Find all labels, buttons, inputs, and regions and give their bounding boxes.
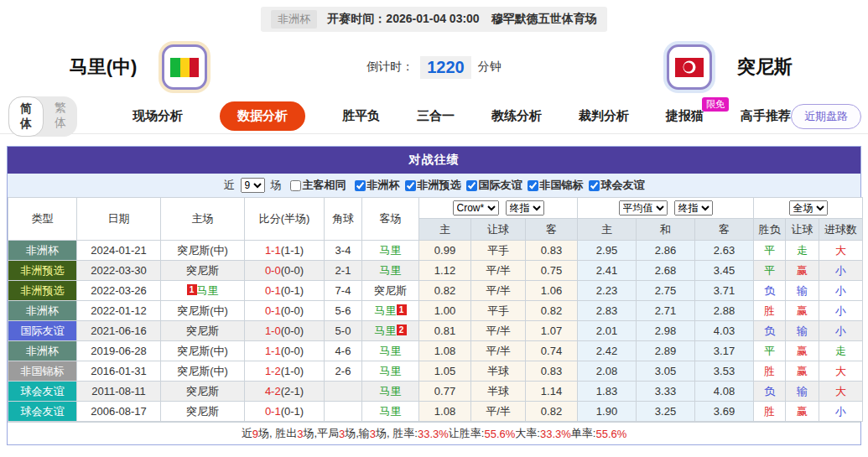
handicap-odds: 0.75	[526, 261, 578, 281]
home-team-name: 马里(中)	[70, 55, 138, 80]
home-team-name: 突尼斯(中)	[177, 345, 228, 357]
away-team-name: 马里	[375, 304, 397, 317]
match-date: 2022-01-12	[77, 301, 161, 321]
league-checkbox[interactable]	[466, 180, 477, 191]
half-time-score: (0-0)	[281, 325, 304, 337]
europe-odds: 3.71	[695, 281, 754, 301]
europe-odds: 1.83	[578, 382, 637, 402]
result-cell: 赢	[786, 361, 819, 382]
nav-tab-捷报猫[interactable]: 捷报猫限免	[666, 108, 704, 124]
sub-header-主: 主	[578, 219, 637, 241]
handicap-odds: 0.82	[526, 402, 578, 422]
league-checkbox[interactable]	[589, 180, 600, 191]
league-checkbox[interactable]	[528, 180, 538, 191]
nav-tab-教练分析[interactable]: 教练分析	[491, 108, 542, 124]
corner-cell: 5-6	[325, 301, 362, 321]
col-header-角球: 角球	[325, 198, 362, 241]
corner-cell: 2-6	[325, 361, 362, 382]
home-team-name: 突尼斯(中)	[177, 365, 228, 377]
home-team-name: 突尼斯	[186, 264, 219, 277]
full-time-score: 4-2	[265, 385, 281, 397]
nav-tab-胜平负[interactable]: 胜平负	[342, 108, 380, 124]
league-checkbox[interactable]	[405, 180, 416, 191]
lang-simplified[interactable]: 简体	[8, 96, 44, 137]
europe-odds: 2.23	[578, 281, 637, 301]
same-venue-input[interactable]	[290, 180, 301, 191]
odds-company-select[interactable]: Crow*	[453, 200, 499, 216]
nav-tab-高手推荐[interactable]: 高手推荐	[741, 108, 791, 124]
away-team-cell: 马里1	[362, 301, 419, 321]
home-team-cell: 1马里	[161, 281, 245, 301]
sub-header-主: 主	[419, 219, 471, 241]
goal-badge: 1	[187, 284, 197, 295]
match-date: 2022-03-30	[77, 261, 161, 281]
countdown-label: 倒计时：	[366, 60, 413, 75]
result-cell: 小	[819, 261, 863, 281]
nav-tab-三合一[interactable]: 三合一	[417, 108, 455, 124]
league-filter-非洲预选[interactable]: 非洲预选	[400, 178, 461, 193]
league-filter-非国锦标[interactable]: 非国锦标	[522, 178, 584, 193]
odds-stage-select[interactable]: 终指	[506, 200, 544, 216]
score-cell: 1-1(1-1)	[245, 241, 325, 261]
scope-select[interactable]: 全场	[789, 200, 828, 216]
language-toggle[interactable]: 简体 繁体	[8, 96, 77, 137]
home-team-cell: 突尼斯	[161, 382, 245, 402]
league-filter-国际友谊[interactable]: 国际友谊	[461, 178, 522, 193]
nav-tab-裁判分析[interactable]: 裁判分析	[579, 108, 629, 124]
full-time-score: 0-1	[265, 304, 281, 317]
home-team-name: 突尼斯	[186, 405, 219, 418]
league-checkbox[interactable]	[355, 180, 366, 191]
europe-odds: 2.68	[637, 261, 695, 281]
home-team-cell: 突尼斯	[161, 402, 245, 422]
goal-badge: 1	[397, 304, 407, 315]
match-date: 2011-08-11	[77, 382, 161, 402]
corner-cell: 5-0	[325, 321, 362, 341]
match-count-select[interactable]: 9	[241, 178, 265, 193]
away-team-cell: 马里	[362, 361, 419, 382]
countdown-unit: 分钟	[478, 60, 502, 75]
lang-traditional[interactable]: 繁体	[44, 96, 77, 137]
europe-odds: 2.88	[695, 301, 754, 321]
league-filter-非洲杯[interactable]: 非洲杯	[350, 178, 400, 193]
recent-odds-button[interactable]: 近期盘路	[791, 104, 861, 129]
corner-cell	[325, 402, 362, 422]
half-time-score: (0-1)	[281, 284, 304, 297]
nav-tab-现场分析[interactable]: 现场分析	[133, 108, 183, 124]
summary-stat: 33.3%	[540, 428, 571, 440]
table-row: 非洲杯2024-01-21突尼斯(中)1-1(1-1)3-4马里0.99平手0.…	[8, 241, 863, 261]
same-venue-checkbox[interactable]: 主客相同	[285, 178, 346, 193]
result-cell: 小	[819, 321, 863, 341]
match-date: 2019-06-28	[77, 341, 161, 361]
match-date: 2016-01-31	[77, 361, 161, 382]
europe-odds: 2.86	[637, 241, 695, 261]
handicap-odds: 0.99	[419, 241, 471, 261]
tunisia-flag-icon	[667, 44, 712, 90]
handicap-odds: 平/半	[471, 281, 526, 301]
table-row: 非国锦标2016-01-31突尼斯(中)1-2(1-0)2-6马里1.05半球0…	[8, 361, 863, 382]
europe-odds: 3.53	[695, 361, 754, 382]
col-header-日期: 日期	[77, 198, 161, 241]
table-row: 非洲杯2022-01-12突尼斯(中)0-1(0-0)5-6马里11.00平手0…	[8, 301, 863, 321]
summary-text: 场,输	[345, 426, 370, 441]
nav-tab-数据分析[interactable]: 数据分析	[220, 101, 305, 131]
corner-cell	[325, 382, 362, 402]
result-cell: 输	[786, 321, 819, 341]
result-cell: 赢	[786, 301, 819, 321]
europe-odds: 2.08	[578, 361, 637, 382]
summary-text: 场, 胜出	[258, 426, 297, 441]
result-cell: 赢	[786, 402, 819, 422]
full-time-score: 0-0	[265, 264, 281, 277]
europe-stage-select[interactable]: 终指	[674, 200, 713, 216]
panel-title: 对战往绩	[8, 147, 860, 174]
handicap-odds: 半球	[471, 361, 526, 382]
table-row: 非洲杯2019-06-28突尼斯(中)1-1(0-0)4-6马里1.08平/半0…	[8, 341, 863, 361]
europe-odds: 2.75	[637, 281, 695, 301]
h2h-panel: 对战往绩 近 9 场 主客相同 非洲杯非洲预选国际友谊非国锦标球会友谊 类型日期…	[7, 146, 861, 445]
home-team-name: 突尼斯	[186, 385, 219, 397]
summary-stat: 55.6%	[484, 428, 515, 440]
europe-type-select[interactable]: 平均值	[619, 200, 668, 216]
europe-odds: 2.83	[578, 301, 637, 321]
table-row: 球会友谊2011-08-11突尼斯4-2(2-1)马里0.77半球1.141.8…	[8, 382, 863, 402]
league-filter-球会友谊[interactable]: 球会友谊	[584, 178, 645, 193]
away-team-cell: 马里	[362, 241, 419, 261]
